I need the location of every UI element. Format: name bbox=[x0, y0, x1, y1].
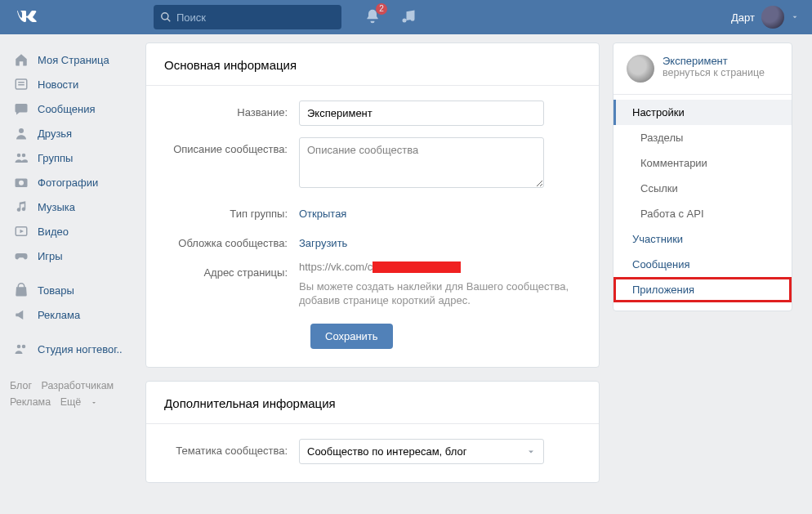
select-value: Сообщество по интересам, блог bbox=[307, 445, 466, 458]
nav-news[interactable]: Новости bbox=[10, 72, 132, 96]
nav-messages[interactable]: Сообщения bbox=[10, 96, 132, 121]
svg-point-6 bbox=[17, 154, 21, 158]
footer-ads[interactable]: Реклама bbox=[10, 396, 51, 408]
nav-label: Новости bbox=[38, 78, 78, 91]
bag-icon bbox=[13, 282, 29, 298]
save-button[interactable]: Сохранить bbox=[310, 324, 393, 349]
redacted-block bbox=[373, 261, 461, 273]
community-name: Эксперимент bbox=[663, 55, 765, 67]
nav-label: Музыка bbox=[38, 201, 75, 213]
footer-dev[interactable]: Разработчикам bbox=[42, 380, 114, 391]
url-prefix: https://vk.com/c bbox=[299, 261, 373, 273]
nav-label: Друзья bbox=[38, 127, 72, 140]
menu-api[interactable]: Работа с API bbox=[613, 201, 792, 226]
nav-label: Игры bbox=[38, 250, 63, 262]
label-cover: Обложка сообщества: bbox=[164, 231, 299, 249]
chevron-down-icon bbox=[526, 447, 536, 457]
note-icon bbox=[13, 199, 29, 215]
nav-video[interactable]: Видео bbox=[10, 219, 132, 244]
footer-more[interactable]: Ещё bbox=[60, 396, 97, 408]
menu-apps[interactable]: Приложения bbox=[613, 277, 792, 302]
address-input[interactable]: https://vk.com/c bbox=[299, 261, 581, 273]
basic-info-card: Основная информация Название: Описание с… bbox=[145, 42, 600, 368]
nav-managed-group[interactable]: Студия ногтевог.. bbox=[10, 337, 132, 361]
video-icon bbox=[13, 223, 29, 239]
back-link[interactable]: вернуться к странице bbox=[663, 67, 765, 78]
nav-label: Группы bbox=[38, 152, 73, 164]
nav-label: Товары bbox=[38, 284, 74, 297]
nav-games[interactable]: Игры bbox=[10, 244, 132, 268]
section-title: Дополнительная информация bbox=[146, 382, 599, 424]
menu-settings[interactable]: Настройки bbox=[613, 100, 792, 125]
menu-messages[interactable]: Сообщения bbox=[613, 252, 792, 277]
search-box[interactable] bbox=[154, 5, 341, 29]
nav-groups[interactable]: Группы bbox=[10, 145, 132, 170]
svg-point-11 bbox=[17, 345, 21, 349]
search-icon bbox=[160, 11, 172, 23]
menu-comments[interactable]: Комментарии bbox=[613, 150, 792, 176]
user-menu[interactable]: Дарт bbox=[731, 6, 799, 29]
label-subject: Тематика сообщества: bbox=[164, 439, 299, 457]
main-column: Основная информация Название: Описание с… bbox=[145, 42, 600, 496]
user-icon bbox=[13, 125, 29, 141]
footer-blog[interactable]: Блог bbox=[10, 380, 32, 391]
message-icon bbox=[13, 101, 29, 117]
section-title: Основная информация bbox=[146, 43, 599, 86]
notifications-button[interactable]: 2 bbox=[364, 8, 381, 27]
nav-label: Видео bbox=[38, 226, 69, 238]
nav-market[interactable]: Товары bbox=[10, 278, 132, 302]
gamepad-icon bbox=[13, 248, 29, 264]
address-help: Вы можете создать наклейки для Вашего со… bbox=[299, 279, 577, 307]
home-icon bbox=[13, 51, 29, 68]
chevron-down-icon bbox=[791, 13, 799, 21]
top-header: 2 Дарт bbox=[0, 0, 812, 34]
nav-label: Реклама bbox=[38, 309, 80, 321]
svg-point-5 bbox=[19, 128, 24, 133]
megaphone-icon bbox=[13, 306, 29, 323]
news-icon bbox=[13, 76, 29, 92]
music-button[interactable] bbox=[400, 8, 417, 27]
settings-menu-card: Эксперимент вернуться к странице Настрой… bbox=[613, 42, 792, 311]
vk-logo[interactable] bbox=[8, 10, 56, 25]
label-desc: Описание сообщества: bbox=[164, 137, 299, 155]
search-input[interactable] bbox=[176, 11, 335, 24]
chevron-down-icon bbox=[91, 400, 97, 406]
svg-point-12 bbox=[22, 345, 26, 349]
user-name: Дарт bbox=[731, 11, 755, 24]
menu-members[interactable]: Участники bbox=[613, 226, 792, 252]
community-avatar bbox=[627, 55, 654, 83]
nav-label: Студия ногтевог.. bbox=[38, 343, 123, 355]
svg-point-0 bbox=[162, 13, 168, 20]
additional-info-card: Дополнительная информация Тематика сообщ… bbox=[145, 381, 600, 483]
menu-links[interactable]: Ссылки bbox=[613, 176, 792, 201]
settings-menu: Настройки Разделы Комментарии Ссылки Раб… bbox=[613, 95, 792, 311]
svg-line-1 bbox=[167, 19, 171, 22]
nav-friends[interactable]: Друзья bbox=[10, 121, 132, 145]
users-icon bbox=[13, 150, 29, 166]
left-nav: Моя Страница Новости Сообщения Друзья Гр… bbox=[10, 42, 132, 410]
nav-label: Сообщения bbox=[38, 103, 96, 115]
right-column: Эксперимент вернуться к странице Настрой… bbox=[613, 42, 792, 311]
group-type-link[interactable]: Открытая bbox=[299, 202, 346, 220]
svg-point-7 bbox=[22, 154, 26, 158]
nav-my-page[interactable]: Моя Страница bbox=[10, 47, 132, 72]
label-type: Тип группы: bbox=[164, 202, 299, 220]
nav-ads[interactable]: Реклама bbox=[10, 302, 132, 327]
nav-photos[interactable]: Фотографии bbox=[10, 170, 132, 194]
svg-point-9 bbox=[19, 181, 24, 185]
subject-select[interactable]: Сообщество по интересам, блог bbox=[299, 439, 544, 464]
description-input[interactable] bbox=[299, 137, 544, 188]
users-icon bbox=[13, 341, 29, 357]
avatar bbox=[761, 6, 784, 29]
menu-sections[interactable]: Разделы bbox=[613, 125, 792, 150]
nav-music[interactable]: Музыка bbox=[10, 194, 132, 219]
notif-badge: 2 bbox=[376, 3, 387, 15]
label-address: Адрес страницы: bbox=[164, 261, 299, 279]
nav-label: Фотографии bbox=[38, 177, 98, 189]
upload-cover-link[interactable]: Загрузить bbox=[299, 231, 347, 249]
footer-links: Блог Разработчикам Реклама Ещё bbox=[10, 378, 132, 410]
label-name: Название: bbox=[164, 101, 299, 118]
community-header[interactable]: Эксперимент вернуться к странице bbox=[613, 43, 792, 95]
nav-label: Моя Страница bbox=[38, 54, 109, 66]
name-input[interactable] bbox=[299, 101, 544, 126]
